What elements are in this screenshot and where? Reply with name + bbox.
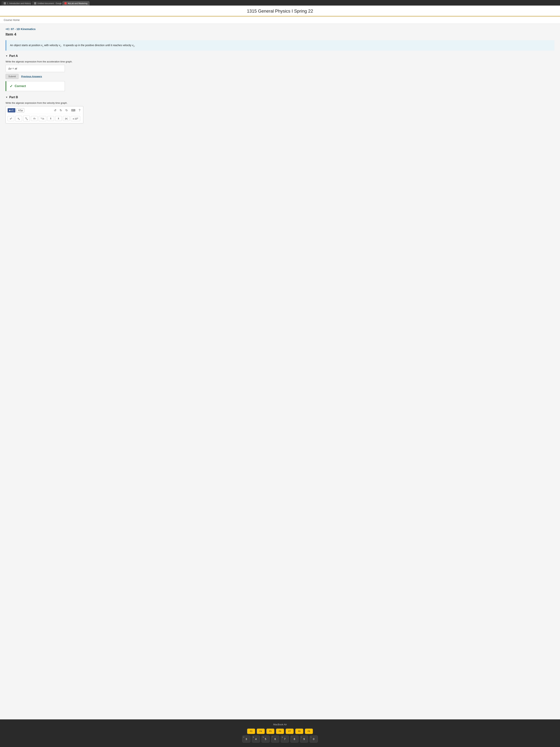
fn-label: F3	[250, 730, 252, 732]
key-f9[interactable]: F9	[305, 728, 313, 734]
math-toolbar: ■ √□ AΣφ ↺ ↻ ↻	[5, 106, 83, 123]
key-4[interactable]: $ 4	[252, 736, 260, 743]
key-f5[interactable]: F5	[266, 728, 274, 734]
key-label: 0	[313, 738, 315, 741]
btn-sqrt[interactable]: √x	[31, 116, 37, 121]
correct-label: Correct	[15, 84, 26, 88]
btn-nthrt[interactable]: n√x	[39, 116, 46, 121]
btn-absx-label: |x|	[65, 117, 68, 120]
btn-sqrt-label: √x	[33, 117, 35, 120]
help-icon: ?	[79, 109, 80, 112]
btn-xhat[interactable]: x̂	[55, 116, 62, 121]
key-8[interactable]: * 8	[290, 736, 298, 743]
key-6[interactable]: ^ 6	[271, 736, 279, 743]
btn-xhat-label: x̂	[58, 117, 59, 120]
fn-label: F7	[289, 730, 291, 732]
keyboard-label: MacBook Air	[3, 723, 557, 726]
key-label: 6	[274, 738, 276, 741]
math-toolbar-top: ■ √□ AΣφ ↺ ↻ ↻	[7, 108, 81, 114]
btn-xa[interactable]: xa	[7, 116, 14, 121]
btn-nthrt-label: n√x	[41, 117, 44, 120]
key-top-label: )	[311, 736, 311, 738]
keyboard-btn[interactable]: ⌨	[70, 108, 76, 112]
reload-btn[interactable]: ↻	[64, 108, 69, 112]
part-a-toggle[interactable]: ▼	[5, 55, 8, 57]
problem-text: An object starts at position x1 with vel…	[10, 44, 135, 47]
part-a-answer-input[interactable]: Δv = at	[5, 65, 65, 72]
fn-key-row: F3 F4 F5 F6 F7 F8 F9	[3, 728, 557, 734]
key-3[interactable]: # 3	[242, 736, 250, 743]
tab-introduction[interactable]: 1. Introduction and History: MIC...	[1, 1, 31, 5]
alpha-btn[interactable]: AΣφ	[17, 108, 24, 112]
key-top-label: (	[301, 736, 302, 738]
check-icon: ✓	[10, 84, 13, 88]
tab-google-docs[interactable]: Untitled document - Google Do...	[32, 1, 61, 5]
fn-label: F6	[279, 730, 281, 732]
part-a-actions: Submit Previous Answers	[5, 74, 555, 79]
btn-sci[interactable]: x·10n	[71, 116, 80, 121]
fn-label: F4	[260, 730, 262, 732]
btn-ab-label: a/b	[25, 117, 28, 120]
undo-btn[interactable]: ↺	[53, 108, 57, 112]
btn-sci-label: x·10n	[73, 117, 78, 120]
correct-banner: ✓ Correct	[5, 81, 65, 91]
part-a-section: ▼ Part A Write the algeraic expression f…	[5, 54, 555, 91]
tab-mylab[interactable]: MyLab and Mastering	[62, 1, 90, 5]
input-mode-btn[interactable]: ■ √□	[7, 108, 16, 112]
btn-xb-label: xb	[18, 117, 20, 120]
key-7[interactable]: & 7	[281, 736, 289, 743]
part-a-title: Part A	[9, 54, 18, 58]
page-header: 1315 General Physics I Spring 22	[0, 5, 560, 17]
part-b-title: Part B	[9, 96, 18, 99]
tab-icon-star	[64, 2, 67, 4]
key-f7[interactable]: F7	[286, 728, 294, 734]
key-0[interactable]: ) 0	[310, 736, 318, 743]
input-mode-group: ■ √□ AΣφ	[7, 108, 24, 112]
breadcrumb-link[interactable]: <C: 07 - 1D Kinematics	[5, 27, 35, 31]
key-label: 4	[255, 738, 257, 741]
input-mode-icon: ■	[9, 109, 10, 112]
undo-icon: ↺	[54, 109, 56, 112]
key-f3[interactable]: F3	[247, 728, 255, 734]
keyboard-icon: ⌨	[71, 109, 75, 112]
btn-absx[interactable]: |x|	[63, 116, 70, 121]
sqrt-box-icon: √□	[11, 109, 14, 112]
problem-box: An object starts at position x1 with vel…	[5, 40, 555, 51]
key-f6[interactable]: F6	[276, 728, 284, 734]
key-label: 8	[294, 738, 295, 741]
number-key-row: # 3 $ 4 % 5 ^ 6 & 7 * 8	[3, 736, 557, 743]
submit-button[interactable]: Submit	[5, 74, 19, 79]
redo-btn[interactable]: ↻	[59, 108, 63, 112]
key-5[interactable]: % 5	[262, 736, 270, 743]
key-top-label: *	[292, 736, 292, 738]
keyboard-area: MacBook Air F3 F4 F5 F6 F7 F8 F9	[0, 719, 560, 747]
content-area: <C: 07 - 1D Kinematics Item 4 An object …	[0, 24, 560, 719]
btn-xbar[interactable]: x̄	[47, 116, 54, 121]
part-a-answer-value: Δv = at	[8, 67, 17, 70]
btn-ab[interactable]: a/b	[23, 115, 30, 121]
part-b-section: ▼ Part B Write the algeraic expression f…	[5, 96, 555, 123]
fn-label: F5	[269, 730, 272, 732]
key-top-label: %	[263, 736, 264, 738]
key-top-label: #	[243, 736, 244, 738]
btn-xa-label: xa	[10, 117, 12, 120]
course-home-link[interactable]: Course Home	[4, 19, 20, 22]
tab-icon-doc2	[34, 2, 36, 4]
part-b-toggle[interactable]: ▼	[5, 96, 8, 99]
math-toolbar-row: xa xb a/b √x n√x x̄	[7, 115, 81, 121]
previous-answers-link[interactable]: Previous Answers	[21, 75, 42, 78]
help-btn[interactable]: ?	[78, 108, 81, 112]
key-label: 5	[265, 738, 266, 741]
reload-icon: ↻	[65, 109, 68, 112]
part-a-instruction: Write the algeraic expression from the a…	[5, 60, 555, 63]
alpha-label: AΣφ	[18, 109, 23, 112]
btn-xbar-label: x̄	[50, 117, 52, 120]
fn-label: F9	[308, 730, 310, 732]
key-top-label: ^	[272, 736, 273, 738]
item-label: Item 4	[5, 32, 555, 36]
key-9[interactable]: ( 9	[300, 736, 308, 743]
key-f4[interactable]: F4	[257, 728, 265, 734]
key-f8[interactable]: F8	[295, 728, 303, 734]
btn-xb[interactable]: xb	[16, 116, 22, 121]
browser-tabs: 1. Introduction and History: MIC... Unti…	[0, 0, 560, 5]
